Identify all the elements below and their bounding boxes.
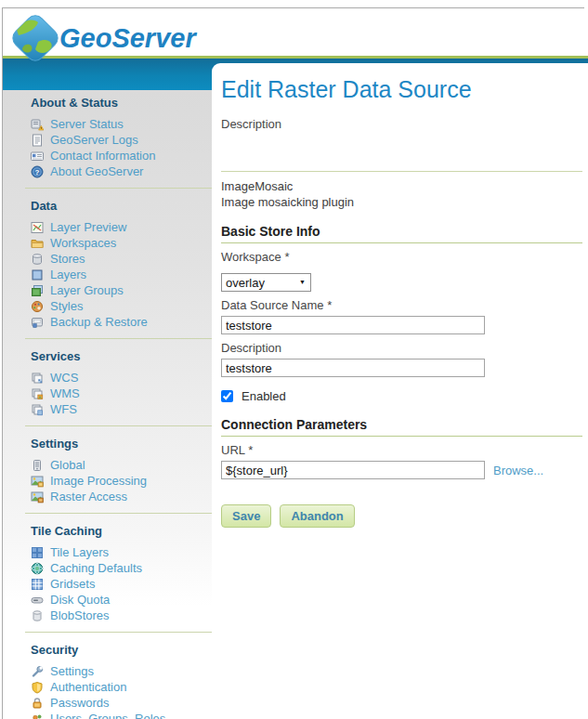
description-field-label: Description — [221, 341, 582, 355]
browse-link[interactable]: Browse... — [493, 464, 543, 477]
sidebar-item-settings[interactable]: Settings — [31, 663, 212, 679]
sidebar-item-users-groups-roles[interactable]: Users, Groups, Roles — [31, 711, 212, 719]
sidebar-item-label: Authentication — [50, 680, 126, 694]
wcs-icon — [31, 372, 44, 385]
sidebar-item-label: Server Status — [50, 117, 124, 131]
sidebar-item-tile-layers[interactable]: Tile Layers — [31, 544, 212, 560]
sidebar-section-about-status: About & StatusServer StatusGeoServer Log… — [31, 96, 212, 179]
content-divider — [221, 171, 582, 172]
server-status-icon — [31, 118, 44, 131]
sidebar-item-backup-restore[interactable]: Backup & Restore — [31, 314, 212, 330]
raster-access-icon — [31, 490, 44, 503]
description-caption: Description — [221, 117, 582, 131]
geoserver-logo-icon[interactable] — [9, 11, 61, 74]
page-title: Edit Raster Data Source — [221, 76, 582, 103]
sidebar-section-title: Tile Caching — [31, 524, 212, 538]
contact-information-icon — [31, 150, 44, 163]
sidebar-item-label: Settings — [50, 664, 94, 678]
stores-icon — [31, 253, 44, 266]
sidebar-item-passwords[interactable]: Passwords — [31, 695, 212, 711]
sidebar-section-title: Data — [31, 199, 212, 213]
workspace-select[interactable]: overlay — [221, 273, 311, 292]
sidebar-item-contact-information[interactable]: Contact Information — [31, 148, 212, 163]
main-panel: Edit Raster Data Source Description Imag… — [212, 63, 588, 719]
sidebar-item-label: Layer Groups — [50, 283, 124, 297]
sidebar-divider — [25, 513, 212, 514]
description-empty-area — [221, 135, 582, 165]
global-icon — [31, 459, 44, 472]
sidebar-section-title: About & Status — [31, 96, 212, 110]
description-input[interactable] — [221, 359, 485, 377]
sidebar-item-wcs[interactable]: WCS — [31, 370, 212, 386]
caching-defaults-icon — [31, 562, 44, 575]
url-label: URL * — [221, 443, 582, 457]
sidebar-item-label: WCS — [50, 371, 78, 385]
sidebar-item-styles[interactable]: Styles — [31, 298, 212, 314]
sidebar-item-layer-preview[interactable]: Layer Preview — [31, 219, 212, 235]
sidebar-item-layers[interactable]: Layers — [31, 267, 212, 282]
store-type-name: ImageMosaic — [221, 178, 582, 194]
sidebar-item-authentication[interactable]: Authentication — [31, 679, 212, 695]
sidebar-item-raster-access[interactable]: Raster Access — [31, 489, 212, 504]
sidebar-item-blobstores[interactable]: BlobStores — [31, 608, 212, 623]
sidebar-item-geoserver-logs[interactable]: GeoServer Logs — [31, 132, 212, 148]
sidebar-divider — [25, 632, 212, 633]
enabled-label: Enabled — [242, 389, 286, 403]
sidebar-divider — [25, 425, 212, 426]
sidebar-item-label: Image Processing — [50, 474, 147, 488]
sidebar-section-tile-caching: Tile CachingTile LayersCaching DefaultsG… — [31, 524, 212, 623]
data-source-name-label: Data Source Name * — [221, 298, 582, 312]
enabled-checkbox[interactable] — [221, 390, 233, 402]
sidebar-section-security: SecuritySettingsAuthenticationPasswordsU… — [31, 643, 212, 719]
svg-text:?: ? — [35, 168, 40, 176]
workspaces-icon — [31, 237, 44, 250]
sidebar-section-title: Settings — [31, 437, 212, 451]
backup-restore-icon — [31, 316, 44, 329]
sidebar-divider — [25, 338, 212, 339]
sidebar-item-label: Tile Layers — [50, 545, 109, 559]
store-type-description: Image mosaicking plugin — [221, 194, 582, 210]
sidebar-section-title: Security — [31, 643, 212, 657]
sidebar-item-stores[interactable]: Stores — [31, 251, 212, 267]
sidebar-item-label: Styles — [50, 299, 83, 313]
disk-quota-icon — [31, 594, 44, 607]
sidebar-item-about-geoserver[interactable]: ?About GeoServer — [31, 163, 212, 179]
sidebar-item-workspaces[interactable]: Workspaces — [31, 235, 212, 251]
sidebar-item-wms[interactable]: WMS — [31, 386, 212, 401]
url-row: Browse... — [221, 461, 582, 479]
wms-icon — [31, 387, 44, 400]
sidebar-item-label: Disk Quota — [50, 593, 110, 607]
abandon-button[interactable]: Abandon — [280, 504, 354, 528]
sidebar-item-label: About GeoServer — [50, 164, 143, 178]
wfs-icon — [31, 403, 44, 416]
workspace-select-wrap: overlay — [221, 273, 311, 292]
sidebar-item-label: Backup & Restore — [50, 315, 148, 329]
sidebar-section-settings: SettingsGlobalImage ProcessingRaster Acc… — [31, 437, 212, 504]
brand-title[interactable]: GeoServer — [59, 23, 196, 54]
sidebar-item-label: Caching Defaults — [50, 561, 142, 575]
image-processing-icon — [31, 475, 44, 488]
url-input[interactable] — [221, 461, 485, 479]
sidebar-item-layer-groups[interactable]: Layer Groups — [31, 282, 212, 298]
form-buttons: Save Abandon — [221, 504, 582, 528]
data-source-name-input[interactable] — [221, 316, 485, 334]
sidebar-item-server-status[interactable]: Server Status — [31, 116, 212, 132]
sidebar-item-label: Workspaces — [50, 236, 116, 250]
sidebar: About & StatusServer StatusGeoServer Log… — [3, 90, 212, 719]
sidebar-item-label: Layer Preview — [50, 220, 126, 234]
sidebar-item-gridsets[interactable]: Gridsets — [31, 576, 212, 592]
sidebar-item-caching-defaults[interactable]: Caching Defaults — [31, 560, 212, 576]
sidebar-section-data: DataLayer PreviewWorkspacesStoresLayersL… — [31, 199, 212, 330]
sidebar-item-global[interactable]: Global — [31, 457, 212, 473]
about-geoserver-icon: ? — [31, 165, 44, 178]
sidebar-item-wfs[interactable]: WFS — [31, 401, 212, 417]
sidebar-item-label: Contact Information — [50, 149, 155, 163]
window-frame-top — [2, 7, 584, 8]
sidebar-item-disk-quota[interactable]: Disk Quota — [31, 592, 212, 608]
save-button[interactable]: Save — [221, 504, 271, 528]
sidebar-item-label: Stores — [50, 252, 85, 266]
sidebar-divider — [25, 188, 212, 189]
sidebar-item-label: GeoServer Logs — [50, 133, 138, 147]
sidebar-item-image-processing[interactable]: Image Processing — [31, 473, 212, 489]
sidebar-section-title: Services — [31, 349, 212, 363]
